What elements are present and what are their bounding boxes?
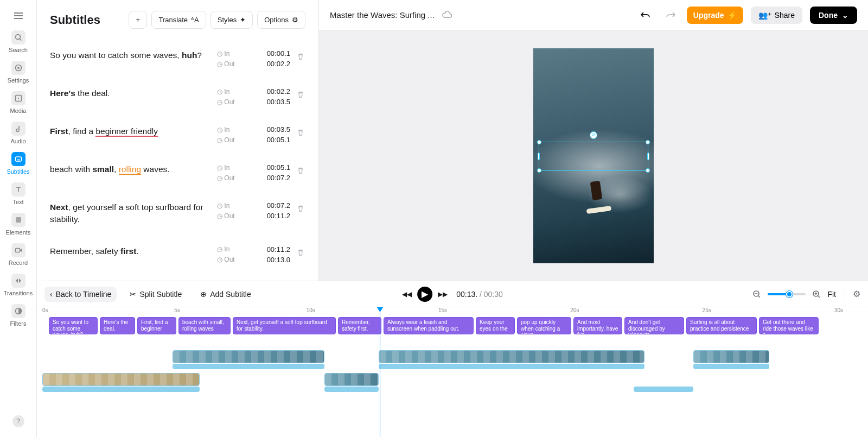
sidebar-item-text[interactable]: Text — [2, 178, 35, 208]
subtitle-row[interactable]: Here's the deal.◷ In00:02.2◷ Out00:03.5 — [50, 78, 305, 116]
delete-subtitle-button[interactable] — [296, 87, 305, 98]
subtitle-row[interactable]: Remember, safety first.◷ In00:11.2◷ Out0… — [50, 236, 305, 274]
in-time[interactable]: 00:00.1 — [267, 49, 290, 58]
subtitle-clip[interactable]: And most importantly, have fun — [573, 317, 622, 334]
delete-subtitle-button[interactable] — [296, 245, 305, 256]
rotate-handle[interactable]: ⟳ — [590, 131, 597, 139]
video-clip[interactable] — [42, 373, 200, 386]
subtitle-clip[interactable]: First, find a beginner — [137, 317, 176, 334]
resize-handle-bl[interactable] — [537, 168, 541, 173]
subtitle-row[interactable]: So you want to catch some waves, huh?◷ I… — [50, 40, 305, 78]
video-clip-audio[interactable] — [634, 387, 693, 392]
delete-subtitle-button[interactable] — [296, 49, 305, 60]
preview-canvas[interactable]: ⟳ — [319, 30, 868, 281]
in-time[interactable]: 00:02.2 — [267, 87, 290, 96]
sidebar-item-filters[interactable]: Filters — [2, 300, 35, 330]
subtitle-clip[interactable]: And don't get discouraged by wipeouts. — [624, 317, 684, 334]
subtitle-text[interactable]: Next, get yourself a soft top surfboard … — [50, 201, 212, 226]
sidebar-item-transitions[interactable]: Transitions — [2, 269, 35, 300]
video-preview[interactable]: ⟳ — [533, 48, 654, 263]
sidebar-item-media[interactable]: Media — [2, 87, 35, 117]
add-subtitle-icon-button[interactable]: + — [129, 11, 147, 29]
zoom-slider-knob[interactable] — [786, 291, 793, 297]
video-clip-audio[interactable] — [324, 387, 379, 392]
options-button[interactable]: Options⚙ — [257, 11, 305, 29]
subtitle-clip[interactable]: pop up quickly when catching a wave. — [517, 317, 571, 334]
sidebar-item-elements[interactable]: Elements — [2, 208, 35, 239]
redo-button[interactable] — [662, 8, 679, 22]
out-time[interactable]: 00:02.2 — [267, 60, 290, 68]
project-title[interactable]: Master the Waves: Surfing ... — [330, 10, 435, 20]
delete-subtitle-button[interactable] — [296, 163, 305, 174]
timeline-settings-button[interactable]: ⚙ — [845, 289, 860, 299]
video-clip[interactable] — [379, 350, 644, 363]
video-clip[interactable] — [693, 350, 769, 363]
help-button[interactable]: ? — [12, 415, 24, 427]
resize-handle-br[interactable] — [646, 168, 650, 173]
play-button[interactable]: ▶ — [417, 287, 432, 302]
subtitle-clip[interactable]: Remember, safety first. — [338, 317, 381, 334]
music-clip[interactable]: ♫ Audio Lounge Beat 60 Sec.mp3 — [42, 396, 834, 404]
delete-subtitle-button[interactable] — [296, 125, 305, 136]
menu-toggle[interactable] — [2, 4, 35, 26]
video-clip-audio[interactable] — [379, 364, 644, 369]
in-time[interactable]: 00:03.5 — [267, 125, 290, 134]
in-time[interactable]: 00:05.1 — [267, 163, 290, 172]
skip-forward-button[interactable]: ▶▶ — [438, 290, 448, 298]
video-clip-audio[interactable] — [173, 364, 324, 369]
styles-button[interactable]: Styles✦ — [210, 11, 253, 29]
subtitle-text[interactable]: Remember, safety first. — [50, 245, 212, 257]
timeline[interactable]: 0s5s10s15s20s25s30s So you want to catch… — [37, 307, 868, 437]
translate-button[interactable]: TranslateᴬA — [151, 11, 206, 29]
subtitle-text[interactable]: First, find a beginner friendly — [50, 125, 212, 137]
music-track[interactable]: ♫ Audio Lounge Beat 60 Sec.mp3 — [42, 395, 868, 405]
back-to-timeline-button[interactable]: ‹Back to Timeline — [44, 287, 117, 302]
video-clip-audio[interactable] — [693, 364, 769, 369]
out-time[interactable]: 00:13.0 — [267, 256, 290, 264]
subtitle-clip[interactable]: beach with small, rolling waves — [178, 317, 231, 334]
resize-handle-left[interactable] — [538, 153, 540, 160]
tts-audio-track[interactable]: ♦ text-to-speech.mp3 — [42, 338, 868, 347]
selection-box[interactable]: ⟳ — [539, 142, 648, 171]
video-track-1[interactable] — [42, 350, 868, 370]
share-button[interactable]: 👥⁺Share — [751, 7, 802, 24]
subtitle-text[interactable]: beach with small, rolling waves. — [50, 163, 212, 175]
out-time[interactable]: 00:07.2 — [267, 174, 290, 182]
add-subtitle-button[interactable]: ⊕Add Subtitle — [195, 287, 257, 302]
skip-back-button[interactable]: ◀◀ — [402, 290, 412, 298]
out-time[interactable]: 00:11.2 — [267, 212, 290, 220]
fit-button[interactable]: Fit — [827, 290, 836, 299]
subtitle-clip[interactable]: Next, get yourself a soft top surfboard … — [233, 317, 336, 334]
resize-handle-right[interactable] — [647, 153, 649, 160]
out-time[interactable]: 00:05.1 — [267, 136, 290, 144]
done-button[interactable]: Done⌄ — [810, 7, 857, 24]
subtitle-clip[interactable]: Here's the deal. — [100, 317, 135, 334]
video-track-2[interactable] — [42, 372, 868, 393]
zoom-slider[interactable] — [768, 293, 806, 295]
resize-handle-tl[interactable] — [537, 140, 541, 144]
sidebar-item-subtitles[interactable]: Subtitles — [2, 148, 35, 178]
subtitle-track[interactable]: So you want to catch some waves, huh?Her… — [42, 316, 868, 335]
sidebar-item-audio[interactable]: Audio — [2, 117, 35, 148]
sidebar-item-search[interactable]: Search — [2, 26, 35, 56]
subtitle-row[interactable]: Next, get yourself a soft top surfboard … — [50, 192, 305, 236]
subtitle-clip[interactable]: Surfing is all about practice and persis… — [686, 317, 757, 334]
subtitle-text[interactable]: So you want to catch some waves, huh? — [50, 49, 212, 61]
in-time[interactable]: 00:11.2 — [267, 245, 290, 254]
subtitle-clip[interactable]: Keep your eyes on the — [476, 317, 515, 334]
subtitle-clip[interactable]: So you want to catch some waves, huh? — [49, 317, 98, 334]
sidebar-item-settings[interactable]: Settings — [2, 56, 35, 87]
tts-audio-clip[interactable]: ♦ text-to-speech.mp3 — [42, 339, 834, 346]
subtitle-row[interactable]: First, find a beginner friendly◷ In00:03… — [50, 116, 305, 154]
video-clip[interactable] — [173, 350, 324, 363]
delete-subtitle-button[interactable] — [296, 201, 305, 212]
subtitle-row[interactable]: beach with small, rolling waves.◷ In00:0… — [50, 154, 305, 192]
upgrade-button[interactable]: Upgrade⚡ — [687, 7, 743, 24]
undo-button[interactable] — [637, 8, 654, 22]
out-time[interactable]: 00:03.5 — [267, 98, 290, 106]
subtitle-clip[interactable]: Always wear a leash and sunscreen when p… — [384, 317, 474, 334]
in-time[interactable]: 00:07.2 — [267, 201, 290, 210]
subtitle-text[interactable]: Here's the deal. — [50, 87, 212, 99]
split-subtitle-button[interactable]: ✂Split Subtitle — [124, 287, 187, 302]
resize-handle-tr[interactable] — [646, 140, 650, 144]
